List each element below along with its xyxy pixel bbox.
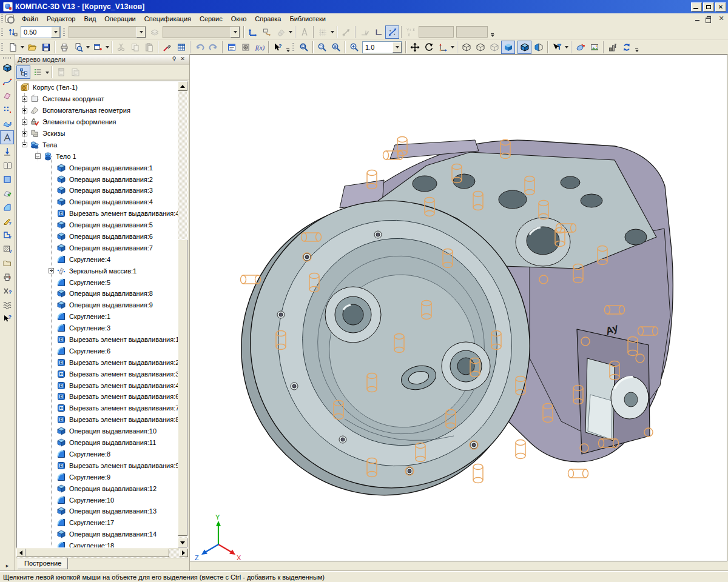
redo-button[interactable] <box>206 41 220 54</box>
pan-arrows-button[interactable] <box>408 41 422 54</box>
tree-item[interactable]: Вырезать элемент выдавливания:7 <box>17 403 178 414</box>
tree-item[interactable]: Тело 1 <box>17 150 178 162</box>
undo-button[interactable] <box>192 41 206 54</box>
tree-item[interactable]: Вырезать элемент выдавливания:4 <box>17 208 178 219</box>
tree-item[interactable]: Скругление:4 <box>17 253 178 265</box>
tree-item[interactable]: Операция выдавливания:6 <box>17 231 178 242</box>
tree-item[interactable]: Скругление:3 <box>17 323 178 334</box>
zoom-document-button[interactable] <box>297 41 311 54</box>
copy-properties-button[interactable] <box>260 25 274 39</box>
dropdown-arrow-icon[interactable] <box>85 41 90 54</box>
expand-arrow-icon[interactable]: ▸ <box>6 563 9 569</box>
new-window-button[interactable] <box>90 41 104 54</box>
tree-item[interactable]: Операция выдавливания:7 <box>17 242 178 253</box>
orientation-axes-button[interactable] <box>436 41 450 54</box>
zoom-all-button[interactable] <box>329 41 343 54</box>
dropdown-arrow-icon[interactable] <box>19 41 25 54</box>
corner-l-button[interactable] <box>371 25 385 39</box>
combo-dropdown-icon[interactable] <box>136 27 146 38</box>
cursor-question-button[interactable]: ? <box>0 312 14 326</box>
toolbar-grip[interactable] <box>3 57 12 59</box>
restore-button[interactable] <box>703 2 714 12</box>
display-halfsection-button[interactable] <box>531 41 545 54</box>
tree-item[interactable]: Скругление:10 <box>17 494 178 506</box>
tree-item[interactable]: Корпус (Тел-1) <box>17 82 178 93</box>
tree-item[interactable]: Операция выдавливания:5 <box>17 219 178 231</box>
tree-item[interactable]: Скругление:17 <box>17 517 178 529</box>
solid-cube-button[interactable] <box>0 61 14 75</box>
tree-item[interactable]: Скругление:18 <box>17 540 178 547</box>
folder-3d-button[interactable] <box>0 256 14 270</box>
image-preview-button[interactable] <box>587 41 601 54</box>
new-document-button[interactable] <box>5 41 19 54</box>
tree-item[interactable]: Вырезать элемент выдавливания:6 <box>17 391 178 403</box>
combo-0-50[interactable]: 0.50 <box>21 26 61 38</box>
dropdown-arrow-icon[interactable] <box>288 25 293 39</box>
plane-check-button[interactable] <box>0 186 14 200</box>
combo-dropdown-icon[interactable] <box>231 27 240 38</box>
tree-horizontal-scrollbar[interactable] <box>16 549 188 558</box>
menu-библиотеки[interactable]: Библиотеки <box>285 14 330 24</box>
menu-сервис[interactable]: Сервис <box>195 14 227 24</box>
move-points-button[interactable] <box>385 25 399 39</box>
tree-item[interactable]: Операция выдавливания:1 <box>17 162 178 173</box>
dropdown-arrow-icon[interactable] <box>104 41 110 54</box>
refresh-sync-button[interactable] <box>619 41 633 54</box>
variables-window-button[interactable] <box>224 41 238 54</box>
tree-item[interactable]: Вырезать элемент выдавливания:9 <box>17 460 178 471</box>
menu-окно[interactable]: Окно <box>227 14 251 24</box>
tree-item[interactable]: Вырезать элемент выдавливания:1 <box>17 334 178 346</box>
dropdown-arrow-icon[interactable] <box>329 25 335 39</box>
tree-item[interactable]: Скругление:5 <box>17 276 178 288</box>
scrollbar-thumb[interactable] <box>25 549 169 557</box>
tree-item[interactable]: Вырезать элемент выдавливания:4 <box>17 380 178 391</box>
menu-спецификация[interactable]: Спецификация <box>140 14 195 24</box>
tree-item[interactable]: Вырезать элемент выдавливания:3 <box>17 368 178 380</box>
display-hidden-dashed-button[interactable] <box>473 41 487 54</box>
fx-function-button[interactable]: f(x) <box>252 41 266 54</box>
model-3d[interactable]: Ау Y X Z <box>190 55 727 561</box>
tree-item[interactable]: Скругление:9 <box>17 471 178 483</box>
spline-curve-button[interactable] <box>0 75 14 89</box>
tree-item[interactable]: Вспомогательная геометрия <box>17 105 178 116</box>
tree-item[interactable]: Системы координат <box>17 93 178 105</box>
viewport-3d[interactable]: Ау Y X Z <box>190 55 727 561</box>
combo-empty[interactable] <box>69 26 146 38</box>
scrollbar-thumb[interactable] <box>178 239 187 535</box>
tree-structure-button[interactable] <box>16 65 30 79</box>
document-icon[interactable] <box>5 15 14 23</box>
model-tree-header[interactable]: Дерево модели ⚲ ✕ <box>15 55 189 65</box>
rebuild-model-button[interactable] <box>605 41 619 54</box>
tree-item[interactable]: Операция выдавливания:14 <box>17 529 178 540</box>
print-button[interactable] <box>57 41 71 54</box>
menu-файл[interactable]: Файл <box>18 14 42 24</box>
tree-item[interactable]: Операция выдавливания:13 <box>17 506 178 517</box>
spreadsheet-button[interactable] <box>174 41 188 54</box>
surface-blue-button[interactable] <box>0 116 14 130</box>
toolbar-grip[interactable] <box>292 43 294 52</box>
book-pages-button[interactable] <box>0 158 14 172</box>
blue-panel-button[interactable] <box>0 172 14 186</box>
format-brush-button[interactable] <box>160 41 174 54</box>
toolbar-grip[interactable] <box>1 43 3 52</box>
tree-item[interactable]: Операция выдавливания:9 <box>17 299 178 311</box>
context-help-button[interactable]: ? <box>271 41 285 54</box>
mdi-minimize-button[interactable] <box>693 15 703 23</box>
letter-frame-button[interactable] <box>0 130 14 144</box>
scroll-down-icon[interactable] <box>178 538 187 547</box>
tree-item[interactable]: Элементы оформления <box>17 116 178 128</box>
scale-param-button[interactable] <box>5 25 19 39</box>
satellite-view-button[interactable] <box>573 41 587 54</box>
hatch-q-button[interactable]: ? <box>0 242 14 256</box>
close-icon[interactable]: ✕ <box>178 56 187 64</box>
tree-item[interactable]: Вырезать элемент выдавливания:2 <box>17 356 178 368</box>
tree-item[interactable]: Операция выдавливания:3 <box>17 185 178 196</box>
sketch-q-button[interactable]: ? <box>0 214 14 228</box>
polyline-blue-button[interactable] <box>246 25 260 39</box>
fillet-quarter-button[interactable] <box>0 200 14 214</box>
menu-редактор[interactable]: Редактор <box>42 14 79 24</box>
close-button[interactable]: ✕ <box>715 2 726 12</box>
waves-button[interactable] <box>0 298 14 312</box>
point-array-button[interactable] <box>0 102 14 116</box>
tree-item[interactable]: Операция выдавливания:2 <box>17 173 178 185</box>
